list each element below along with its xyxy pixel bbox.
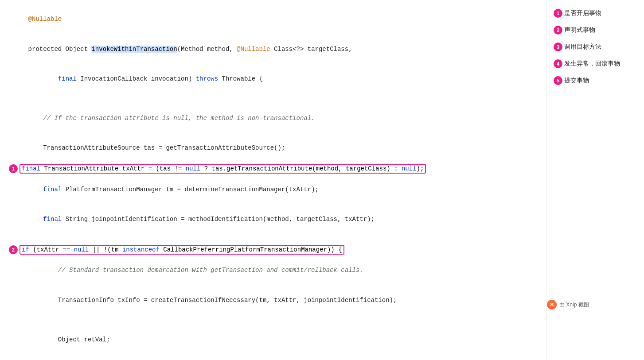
- sidebar-item-3: 3 调用目标方法: [554, 43, 637, 51]
- sidebar-badge-3: 3: [554, 43, 562, 51]
- highlight-box-1: final TransactionAttribute txAttr = (tas…: [20, 164, 426, 174]
- code-line-6: TransactionAttributeSource tas = getTran…: [9, 133, 546, 163]
- sidebar-item-5: 5 提交事物: [554, 76, 637, 85]
- sidebar-badge-4: 4: [554, 59, 562, 68]
- code-line-16: try {: [9, 355, 546, 360]
- sidebar-label-2: 声明式事物: [564, 26, 595, 34]
- code-line-8: final PlatformTransactionManager tm = de…: [9, 174, 546, 204]
- xnip-icon: ✕: [547, 300, 557, 310]
- code-line-13: TransactionInfo txInfo = createTransacti…: [9, 285, 546, 315]
- code-line-7: 1 final TransactionAttribute txAttr = (t…: [9, 164, 546, 174]
- sidebar-badge-1: 1: [554, 9, 562, 18]
- code-panel: @Nullable protected Object invokeWithinT…: [0, 0, 546, 360]
- sidebar-badge-2: 2: [554, 26, 562, 35]
- sidebar-item-1: 1 是否开启事物: [554, 9, 637, 18]
- code-line-15: Object retVal;: [9, 325, 546, 355]
- sidebar-item-4: 4 发生异常，回滚事物: [554, 59, 637, 68]
- sidebar-badge-5: 5: [554, 76, 562, 85]
- sidebar-item-2: 2 声明式事物: [554, 26, 637, 35]
- code-line-1: @Nullable: [9, 4, 546, 34]
- sidebar-label-3: 调用目标方法: [564, 43, 601, 51]
- code-line-2: protected Object invokeWithinTransaction…: [9, 34, 546, 64]
- code-line-comment1: // If the transaction attribute is null,…: [9, 104, 546, 133]
- xnip-watermark: ✕ 由 Xnip 截图: [547, 300, 631, 310]
- sidebar: 1 是否开启事物 2 声明式事物 3 调用目标方法 4 发生异常，回滚事物 5 …: [546, 0, 644, 360]
- badge-1: 1: [9, 164, 18, 173]
- code-line-empty3: [9, 315, 546, 325]
- code-line-empty2: [9, 234, 546, 244]
- code-line-11: 2 if (txAttr == null || !(tm instanceof …: [9, 245, 546, 255]
- code-line-3: final InvocationCallback invocation) thr…: [9, 64, 546, 93]
- sidebar-label-1: 是否开启事物: [564, 9, 601, 17]
- badge-2: 2: [9, 245, 18, 254]
- sidebar-label-4: 发生异常，回滚事物: [564, 60, 620, 68]
- code-line-comment2: // Standard transaction demarcation with…: [9, 255, 546, 285]
- code-line-empty1: [9, 94, 546, 104]
- xnip-text: 由 Xnip 截图: [559, 301, 589, 309]
- code-line-9: final String joinpointIdentification = m…: [9, 204, 546, 234]
- highlight-box-2: if (txAttr == null || !(tm instanceof Ca…: [20, 245, 344, 255]
- sidebar-label-5: 提交事物: [564, 77, 589, 85]
